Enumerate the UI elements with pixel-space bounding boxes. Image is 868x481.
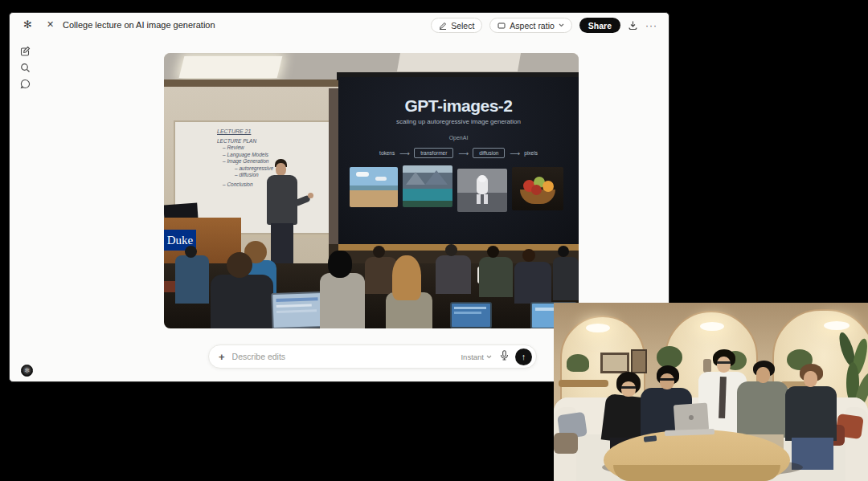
whiteboard-line: – Review (217, 145, 330, 152)
pendant-lamp (700, 322, 724, 331)
beach-thumbnail (350, 167, 398, 207)
slide-brand: OpenAI (338, 135, 579, 141)
duke-sign: Duke (164, 230, 196, 251)
slide-flow-diagram: tokens ⟶ transformer ⟶ diffusion ⟶ pixel… (338, 148, 579, 158)
aspect-ratio-button[interactable]: Aspect ratio (489, 18, 571, 33)
pendant-lamp (586, 324, 610, 332)
frame-icon (497, 22, 506, 30)
whiteboard-line: LECTURE 21 (217, 128, 330, 136)
up-arrow-icon: ↑ (522, 352, 526, 361)
compose-icon[interactable] (20, 45, 31, 56)
page-title: College lecture on AI image generation (63, 20, 215, 30)
submit-button[interactable]: ↑ (515, 349, 532, 365)
edit-prompt-bar[interactable]: + Instant ↑ (208, 344, 537, 369)
laptop (674, 403, 709, 433)
edit-prompt-input[interactable] (232, 352, 461, 361)
fruit-bowl-thumbnail (512, 167, 563, 210)
select-label: Select (451, 21, 474, 31)
mic-icon[interactable] (500, 349, 509, 364)
search-icon[interactable] (20, 62, 31, 73)
pen-icon (439, 22, 447, 30)
user-avatar[interactable]: ✻ (21, 365, 33, 377)
slide-screen: GPT-images-2 scaling up autoregressive i… (338, 77, 579, 244)
webcam-overlay-video (554, 303, 868, 481)
pillow (554, 433, 578, 454)
lecturer-figure (260, 156, 309, 268)
pendant-lamp (824, 321, 850, 330)
select-button[interactable]: Select (431, 18, 482, 33)
mode-label: Instant (461, 353, 484, 361)
slide-title: GPT-images-2 (338, 96, 579, 116)
chat-icon[interactable] (20, 78, 31, 89)
slide-subtitle: scaling up autoregressive image generati… (338, 118, 579, 125)
arrow-right-icon: ⟶ (458, 149, 468, 157)
plus-icon[interactable]: + (219, 351, 225, 363)
flow-transformer-box: transformer (414, 148, 453, 158)
flow-diffusion-box: diffusion (473, 148, 505, 158)
download-icon[interactable] (628, 20, 638, 31)
arrow-right-icon: ⟶ (510, 149, 519, 157)
chevron-down-icon (559, 23, 564, 27)
chevron-down-icon (486, 355, 492, 359)
more-options-icon[interactable]: ··· (645, 22, 657, 30)
flow-tokens-label: tokens (379, 150, 395, 156)
openai-logo-icon[interactable]: ✻ (23, 19, 32, 31)
plant (567, 354, 589, 372)
share-button[interactable]: Share (579, 18, 620, 33)
arrow-right-icon: ⟶ (399, 149, 409, 157)
astronaut-thumbnail (457, 169, 507, 212)
mode-dropdown[interactable]: Instant (461, 353, 492, 361)
lecture-image[interactable]: LECTURE 21 LECTURE PLAN – Review – Langu… (164, 53, 579, 328)
topbar: ✻ ✕ College lecture on AI image generati… (10, 13, 669, 37)
mountain-lake-thumbnail (403, 165, 452, 207)
flow-pixels-label: pixels (524, 150, 538, 156)
close-icon[interactable]: ✕ (47, 19, 54, 30)
whiteboard-line: LECTURE PLAN (217, 138, 330, 145)
picture-frames (600, 353, 629, 373)
aspect-ratio-label: Aspect ratio (510, 21, 554, 31)
